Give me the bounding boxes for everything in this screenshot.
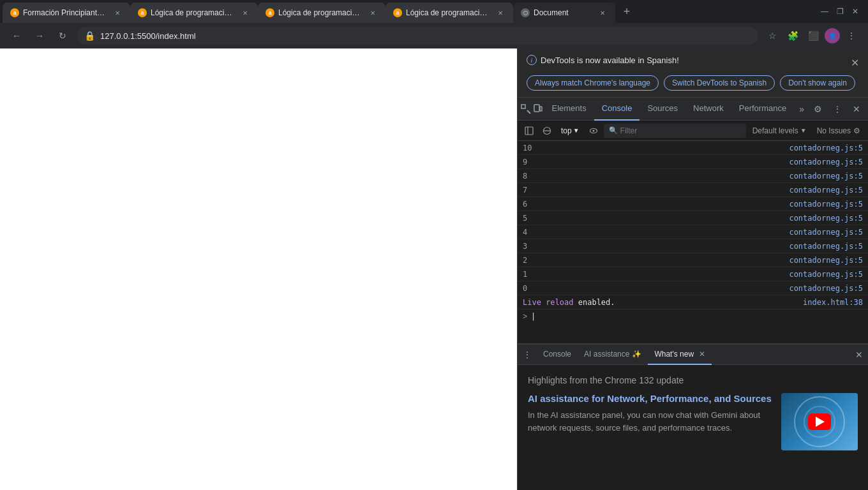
close-button[interactable]: ✕ [850, 6, 860, 17]
console-source-5[interactable]: contadorneg.js:5 [789, 214, 863, 223]
devtools-more-tabs-button[interactable]: » [794, 104, 809, 114]
notification-close-button[interactable]: ✕ [851, 57, 859, 69]
reload-button[interactable]: ↻ [54, 27, 71, 45]
tab-close-5[interactable]: ✕ [597, 8, 608, 18]
console-source-7[interactable]: contadorneg.js:5 [789, 186, 863, 195]
console-source-9[interactable]: contadorneg.js:5 [789, 158, 863, 167]
message-keyword-live: Live [523, 298, 541, 307]
console-value-2: 2 [523, 256, 527, 265]
message-text-enabled: enabled. [578, 298, 615, 307]
tab-console[interactable]: Console [594, 98, 640, 121]
tab-close-4[interactable]: ✕ [495, 8, 505, 18]
bookmark-button[interactable]: ☆ [763, 27, 781, 45]
bp-tab-whats-new-close[interactable]: ✕ [699, 350, 705, 359]
ai-assistance-card: AI assistance for Network, Performance, … [528, 393, 858, 450]
console-source-0[interactable]: contadorneg.js:5 [789, 284, 863, 293]
tab-bar: a Formación Principiante en P ✕ a Lógica… [0, 0, 868, 23]
tab-close-2[interactable]: ✕ [240, 8, 250, 18]
minimize-button[interactable]: — [819, 6, 830, 17]
svg-rect-0 [521, 105, 525, 108]
console-filter-area[interactable]: 🔍 [604, 124, 746, 138]
console-source-2[interactable]: contadorneg.js:5 [789, 256, 863, 265]
bp-tab-ai[interactable]: AI assistance ✨ [578, 345, 648, 365]
profile-avatar[interactable]: 👤 [825, 28, 840, 43]
new-tab-button[interactable]: + [618, 3, 636, 20]
devtools-tabs: Elements Console Sources Network Perform… [544, 98, 809, 121]
cast-button[interactable]: ⬛ [804, 27, 822, 45]
console-source-3[interactable]: contadorneg.js:5 [789, 242, 863, 251]
bottom-panel-dots-button[interactable]: ⋮ [523, 350, 532, 360]
console-message-row: Live reload enabled. index.html:38 [518, 295, 868, 309]
maximize-button[interactable]: ❐ [835, 6, 845, 17]
devtools-panel: i DevTools is now available in Spanish! … [517, 48, 868, 490]
console-clear-button[interactable] [539, 123, 555, 138]
console-filter-input[interactable] [620, 126, 741, 135]
tab-elements[interactable]: Elements [544, 98, 594, 121]
tab-network[interactable]: Network [685, 98, 731, 121]
console-row-0: 0 contadorneg.js:5 [518, 281, 868, 295]
console-value-3: 3 [523, 242, 527, 251]
console-sidebar-button[interactable] [521, 123, 537, 138]
bp-tab-whats-new[interactable]: What's new ✕ [648, 345, 712, 365]
console-toolbar: top ▼ 🔍 Default levels ▼ No Issues ⚙ [518, 121, 868, 141]
console-source-10[interactable]: contadorneg.js:5 [789, 144, 863, 152]
tab-close-3[interactable]: ✕ [368, 8, 378, 18]
devtools-inspect-button[interactable] [520, 100, 532, 118]
tab-sources[interactable]: Sources [640, 98, 685, 121]
url-bar[interactable]: 🔒 127.0.0.1:5500/index.html [77, 27, 758, 45]
svg-line-1 [527, 110, 530, 114]
console-source-6[interactable]: contadorneg.js:5 [789, 200, 863, 209]
svg-point-9 [592, 130, 594, 131]
tab-logica1[interactable]: a Lógica de programación: su ✕ [130, 3, 258, 23]
tab-favicon-5: ⬡ [521, 8, 530, 17]
switch-spanish-button[interactable]: Switch DevTools to Spanish [664, 75, 775, 91]
main-area: i DevTools is now available in Spanish! … [0, 48, 868, 490]
youtube-play-button[interactable] [808, 413, 831, 430]
console-source-4[interactable]: contadorneg.js:5 [789, 228, 863, 237]
menu-button[interactable]: ⋮ [842, 27, 860, 45]
console-message-source[interactable]: index.html:38 [803, 298, 863, 307]
ai-card-text: AI assistance for Network, Performance, … [528, 393, 774, 450]
console-prompt-row[interactable]: > | [518, 309, 868, 323]
log-level-label: Default levels [752, 126, 798, 135]
console-context-selector[interactable]: top ▼ [557, 125, 583, 137]
bp-tab-console[interactable]: Console [537, 345, 578, 365]
forward-button[interactable]: → [31, 27, 49, 45]
console-eye-button[interactable] [586, 123, 601, 138]
devtools-dots-button[interactable]: ⋮ [828, 100, 846, 118]
console-source-8[interactable]: contadorneg.js:5 [789, 172, 863, 181]
chevron-down-icon: ▼ [573, 127, 580, 134]
notification-header: i DevTools is now available in Spanish! … [527, 55, 859, 70]
devtools-device-button[interactable] [532, 100, 544, 118]
highlights-title: Highlights from the Chrome 132 update [528, 375, 858, 385]
devtools-settings-button[interactable]: ⚙ [809, 100, 827, 118]
notification-buttons: Always match Chrome's language Switch De… [527, 75, 859, 91]
log-level-selector[interactable]: Default levels ▼ [749, 125, 811, 137]
tab-logica2[interactable]: a Lógica de programación: su ✕ [258, 3, 385, 23]
always-match-button[interactable]: Always match Chrome's language [527, 75, 659, 91]
bottom-content: Highlights from the Chrome 132 update AI… [518, 365, 868, 490]
tab-performance[interactable]: Performance [731, 98, 794, 121]
page-content [0, 48, 517, 490]
console-message-text: Live reload enabled. [523, 298, 615, 307]
devtools-notification: i DevTools is now available in Spanish! … [518, 48, 868, 98]
bottom-panel-close-button[interactable]: ✕ [855, 350, 863, 360]
extensions-button[interactable]: 🧩 [784, 27, 802, 45]
tab-document[interactable]: ⬡ Document ✕ [513, 3, 615, 23]
tab-formacion[interactable]: a Formación Principiante en P ✕ [3, 3, 130, 23]
console-row-10: 10 contadorneg.js:5 [518, 141, 868, 155]
tab-close-1[interactable]: ✕ [112, 8, 123, 18]
console-prompt-icon: > [523, 312, 527, 321]
no-issues-button[interactable]: No Issues ⚙ [813, 125, 864, 137]
console-row-8: 8 contadorneg.js:5 [518, 169, 868, 183]
address-bar: ← → ↻ 🔒 127.0.0.1:5500/index.html ☆ 🧩 ⬛ … [0, 23, 868, 48]
back-button[interactable]: ← [8, 27, 26, 45]
play-triangle-icon [816, 417, 825, 427]
dont-show-again-button[interactable]: Don't show again [780, 75, 855, 91]
tab-logica3[interactable]: a Lógica de programación: su ✕ [385, 3, 513, 23]
devtools-close-button[interactable]: ✕ [848, 100, 865, 118]
console-row-5: 5 contadorneg.js:5 [518, 211, 868, 225]
console-source-1[interactable]: contadorneg.js:5 [789, 270, 863, 279]
console-row-1: 1 contadorneg.js:5 [518, 267, 868, 281]
console-output: 10 contadorneg.js:5 9 contadorneg.js:5 8… [518, 141, 868, 343]
